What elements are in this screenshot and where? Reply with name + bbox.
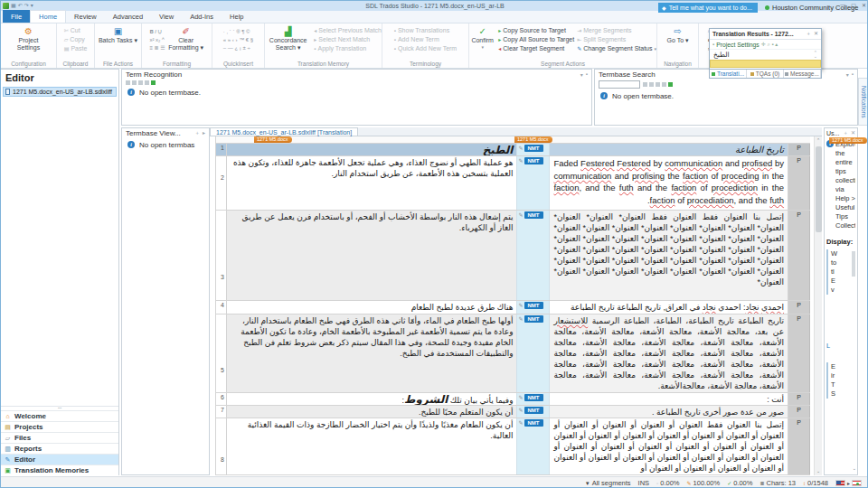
highlighted-result-row[interactable] xyxy=(710,60,821,68)
document-tab[interactable]: 1271 M5.docx_en-US_ar-LB.sdlxliff [Trans… xyxy=(210,127,358,136)
sidebar-item-welcome[interactable]: ⌂Welcome xyxy=(1,410,118,421)
tips-list-item[interactable]: E xyxy=(831,277,855,286)
target-cell[interactable]: إتصل بنا العنوان فقط العنوان أو العنوان … xyxy=(550,418,788,474)
source-cell[interactable]: أولها طبخ الطعام في الماء، وأمّا ثاني هذ… xyxy=(227,314,518,392)
sidebar-item-files[interactable]: ▱Files xyxy=(1,432,118,443)
tab-review[interactable]: Review xyxy=(66,10,105,23)
source-cell[interactable]: هو عملية الطهي أو نضوج الغذاء، وهي عملية… xyxy=(227,156,518,210)
project-settings-button[interactable]: ⚙ Project Settings xyxy=(9,25,49,52)
segment-row-3[interactable]: 3يتم إشعال هذه النار بواسطة الأخشاب أو ا… xyxy=(216,211,810,301)
language-pair[interactable]: ▸ xyxy=(835,480,862,486)
tips-list-secondary[interactable]: EirTS xyxy=(826,362,855,399)
segment-row-4[interactable]: 4هناك طرق عديدة لطبخ الطعام✎NMTاحمدي نجا… xyxy=(216,301,810,314)
target-cell[interactable]: أنت : xyxy=(550,393,788,405)
term-recognition-toolbar[interactable] xyxy=(122,80,591,86)
formatting-icons[interactable]: 𝐁 𝐼 Ṳ x² x₂ ᴬ ≡ ≣ ☰ xyxy=(149,25,165,52)
go-to-button[interactable]: ⇨ Go To ▾ xyxy=(665,25,692,44)
panel-pin-icon[interactable]: ▪ xyxy=(852,71,854,78)
source-cell[interactable]: أن يكون الطعام مغذيًا ولذيذًا وأن يتم اخ… xyxy=(227,418,518,474)
tips-list-item[interactable]: ir xyxy=(831,371,855,380)
list-scrollbar[interactable] xyxy=(852,251,855,277)
source-cell[interactable]: هناك طرق عديدة لطبخ الطعام xyxy=(227,301,518,314)
panel-pin-icon[interactable]: ▸ xyxy=(203,129,205,137)
merge-segments-button[interactable]: ⇥Merge Segments xyxy=(577,27,656,34)
clear-target-segment-button[interactable]: ◂Clear Target Segment xyxy=(498,45,574,52)
cut-button[interactable]: ✄Cut xyxy=(64,27,88,34)
close-button[interactable]: ✕ xyxy=(862,2,866,8)
segment-row-8[interactable]: 8أن يكون الطعام مغذيًا ولذيذًا وأن يتم ا… xyxy=(216,418,810,475)
segment-status-cell[interactable]: ✎NMT xyxy=(517,406,550,418)
tips-list-item[interactable]: E xyxy=(831,362,855,371)
editor-vertical-scrollbar[interactable]: ⌃ ⌄ xyxy=(814,136,822,475)
panel-menu-icon[interactable]: ▾ xyxy=(846,71,849,78)
sidebar-item-projects[interactable]: ▤Projects xyxy=(1,421,118,432)
change-segment-status-button[interactable]: ✎Change Segment Status▾ xyxy=(577,45,656,52)
segment-filter[interactable]: ▼ All segments xyxy=(585,479,631,487)
segment-row-5[interactable]: 5أولها طبخ الطعام في الماء، وأمّا ثاني ه… xyxy=(216,314,810,393)
target-cell[interactable]: تاريخ الطباعة تاريخ الطباعة، الطباعة، ال… xyxy=(550,314,788,392)
segment-status-cell[interactable]: ✎NMT xyxy=(517,301,550,314)
clear-formatting-button[interactable]: ✐ Clear Formatting ▾ xyxy=(168,25,204,52)
split-segments-button[interactable]: ⇤Split Segments xyxy=(577,36,656,43)
tips-list-item[interactable]: S xyxy=(831,389,855,399)
termbase-search-toolbar[interactable] xyxy=(643,82,673,87)
source-cell[interactable]: يتم إشعال هذه النار بواسطة الأخشاب أو ال… xyxy=(227,211,518,300)
copy-all-source-to-target-button[interactable]: ▸Copy All Source to Target xyxy=(498,36,574,43)
quickinsert-icons[interactable]: · , ´ ` ® ¶ © « » ‹ › ™ € § – — ¿ ¡ ± ÷ xyxy=(223,25,253,52)
apply-translation-button[interactable]: ▪Apply Translation xyxy=(314,45,382,52)
segment-status-cell[interactable]: ✎NMT xyxy=(517,211,550,300)
show-translations-button[interactable]: ▪Show Translations xyxy=(394,27,457,34)
tips-link[interactable]: L xyxy=(826,342,855,350)
source-cell[interactable]: أن يكون المتعلم محبًا للطبخ. xyxy=(227,406,518,418)
tab-help[interactable]: Help xyxy=(222,10,251,23)
segment-row-6[interactable]: 6وفيما يأتي بيان تلك الشروط:✎NMTأنت :P xyxy=(216,393,810,406)
confirm-button[interactable]: ✓ Confirm ▾ xyxy=(469,25,495,50)
popup-tab-translati-[interactable]: Translati... xyxy=(710,70,747,78)
concordance-search-button[interactable]: ▟ Concordance Search ▾ xyxy=(265,25,311,52)
tell-me-box[interactable]: ◆ Tell me what you want to do... xyxy=(658,3,758,13)
select-previous-match-button[interactable]: ◂Select Previous Match xyxy=(314,27,382,34)
notifications-side-tab[interactable]: Notifications xyxy=(858,78,868,126)
scroll-down-icon[interactable]: ⌄ xyxy=(815,467,822,475)
tab-advanced[interactable]: Advanced xyxy=(105,10,151,23)
popup-toolbar-icons[interactable]: ✛ ⌕ ▪ ▴ xyxy=(761,41,778,48)
panel-menu-icon[interactable]: ▾ xyxy=(580,71,583,78)
tab-add-ins[interactable]: Add-Ins xyxy=(182,10,222,23)
sidebar-item-editor[interactable]: ✎Editor xyxy=(1,454,118,465)
add-new-term-button[interactable]: ▪Add New Term xyxy=(394,36,457,43)
select-next-match-button[interactable]: ▸Select Next Match xyxy=(314,36,382,43)
tab-home[interactable]: Home xyxy=(30,10,66,23)
popup-tab-tqas-0-[interactable]: TQAs (0) xyxy=(747,70,784,78)
segment-row-1[interactable]: 1الطبخ✎NMTتاريخ الطباعةP xyxy=(216,144,810,156)
insert-mode-indicator[interactable]: INS xyxy=(638,479,650,487)
segment-row-7[interactable]: 7أن يكون المتعلم محبًا للطبخ.✎NMTصور من … xyxy=(216,406,810,418)
panel-menu-icon[interactable]: ＋ xyxy=(194,129,200,137)
scroll-up-icon[interactable]: ⌃ xyxy=(815,136,822,145)
scrollbar-thumb[interactable] xyxy=(816,146,822,232)
target-cell[interactable]: صور من عدة صور أخرى تاريخ الطباعة . xyxy=(550,406,788,418)
account-info[interactable]: Houston Community College xyxy=(765,3,858,13)
spinner-icon[interactable]: ⌃⌄ xyxy=(814,51,817,59)
copy-button[interactable]: ▱Copy xyxy=(64,36,88,43)
segment-status-cell[interactable]: ✎NMT xyxy=(517,393,550,405)
segment-status-cell[interactable]: ✎NMT xyxy=(517,314,550,392)
quick-add-new-term-button[interactable]: ▪Quick Add New Term xyxy=(394,45,457,52)
source-cell[interactable]: وفيما يأتي بيان تلك الشروط: xyxy=(227,393,518,405)
target-cell[interactable]: تاريخ الطباعة xyxy=(550,144,788,155)
tips-list-item[interactable]: v xyxy=(831,286,855,295)
tips-scroll-down-icon[interactable]: ⌄ xyxy=(853,465,856,471)
sidebar-item-reports[interactable]: ▥Reports xyxy=(1,443,118,454)
source-cell[interactable]: الطبخ xyxy=(227,144,518,155)
target-cell[interactable]: احمدي نجاد: احمدي نجاد في العراق, تاريخ … xyxy=(550,301,788,314)
tips-display-list[interactable]: WtotlEv xyxy=(826,249,855,295)
popup-close-icon[interactable]: ✕ xyxy=(814,30,818,38)
tab-file[interactable]: File xyxy=(3,10,30,23)
popup-project-settings-link[interactable]: Project Settings xyxy=(716,42,760,48)
open-document-item[interactable]: 1271 M5.docx_en-US_ar-LB.sdlxliff xyxy=(3,87,117,97)
segment-status-cell[interactable]: ✎NMT xyxy=(517,418,550,474)
termbase-search-input[interactable] xyxy=(599,80,640,89)
segment-status-cell[interactable]: ✎NMT xyxy=(517,156,550,210)
target-cell[interactable]: إتصل بنا العنوان فقط العنوان فقط العنوان… xyxy=(550,211,788,300)
sidebar-item-translation-memories[interactable]: ▣Translation Memories xyxy=(1,465,118,475)
segment-row-2[interactable]: 2هو عملية الطهي أو نضوج الغذاء، وهي عملي… xyxy=(216,156,810,211)
